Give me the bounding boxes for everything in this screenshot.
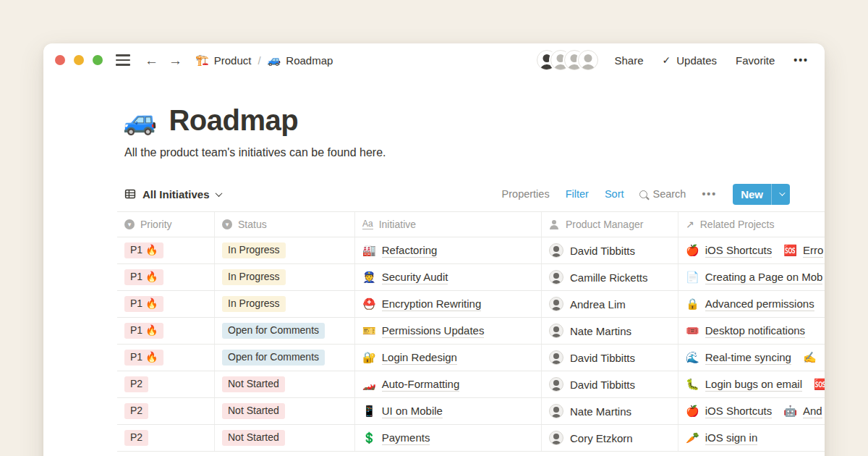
more-options-icon[interactable]: ••• bbox=[793, 54, 809, 66]
related-project-link[interactable]: 🐛Login bugs on email bbox=[686, 378, 802, 392]
favorite-button[interactable]: Favorite bbox=[736, 54, 775, 67]
viewer-avatars[interactable] bbox=[537, 50, 598, 70]
minimize-window-button[interactable] bbox=[74, 55, 84, 65]
column-label: Priority bbox=[140, 219, 172, 230]
product-manager-cell[interactable]: David Tibbitts bbox=[542, 237, 678, 263]
initiative-cell[interactable]: 📱UI on Mobile bbox=[355, 398, 542, 424]
breadcrumb-item-roadmap[interactable]: 🚙 Roadmap bbox=[268, 54, 333, 67]
product-manager-cell[interactable]: Cory Etzkorn bbox=[542, 425, 678, 451]
related-project-link[interactable]: 🍎iOS Shortcuts bbox=[686, 405, 772, 418]
related-project-link[interactable]: ✍️ bbox=[803, 351, 822, 364]
share-button[interactable]: Share bbox=[614, 54, 643, 67]
initiative-link[interactable]: UI on Mobile bbox=[382, 405, 443, 418]
status-cell[interactable]: In Progress bbox=[215, 264, 355, 290]
related-projects-cell[interactable]: 🎟️Desktop notifications bbox=[678, 318, 825, 344]
priority-cell[interactable]: P2 bbox=[117, 425, 215, 451]
product-manager-cell[interactable]: Nate Martins bbox=[542, 318, 678, 344]
initiative-link[interactable]: Login Redesign bbox=[382, 351, 457, 365]
initiative-cell[interactable]: ⛑️Encryption Rewriting bbox=[355, 291, 542, 317]
related-projects-cell[interactable]: 🔒Advanced permissions bbox=[678, 291, 825, 317]
initiative-cell[interactable]: 🎫Permissions Updates bbox=[355, 318, 542, 344]
new-button-dropdown[interactable] bbox=[771, 184, 790, 205]
initiative-cell[interactable]: 👮Security Audit bbox=[355, 264, 542, 290]
toolbar-more-icon[interactable]: ••• bbox=[702, 188, 717, 200]
product-manager-cell[interactable]: David Tibbitts bbox=[542, 345, 678, 371]
back-arrow-icon[interactable]: ← bbox=[145, 54, 158, 67]
page-subtitle[interactable]: All the product team's initiatives can b… bbox=[124, 146, 825, 159]
new-button[interactable]: New bbox=[733, 184, 790, 205]
status-cell[interactable]: Not Started bbox=[215, 425, 355, 451]
related-projects-cell[interactable]: 📄Creating a Page on Mob bbox=[678, 264, 825, 290]
search-button[interactable]: Search bbox=[639, 188, 686, 200]
related-project-link[interactable]: 🆘Erro bbox=[783, 244, 823, 258]
filter-button[interactable]: Filter bbox=[566, 188, 589, 200]
status-cell[interactable]: Open for Comments bbox=[215, 318, 355, 344]
related-project-link[interactable]: 🥕iOS sign in bbox=[686, 431, 757, 445]
initiative-link[interactable]: Refactoring bbox=[382, 244, 438, 258]
forward-arrow-icon[interactable]: → bbox=[169, 54, 182, 67]
column-header-product-manager[interactable]: Product Manager bbox=[542, 212, 678, 237]
new-button-label: New bbox=[733, 188, 771, 200]
column-header-initiative[interactable]: Aa Initiative bbox=[355, 212, 542, 237]
breadcrumb-item-product[interactable]: 🏗️ Product bbox=[195, 54, 251, 67]
close-window-button[interactable] bbox=[55, 55, 65, 65]
status-cell[interactable]: In Progress bbox=[215, 237, 355, 263]
related-projects-cell[interactable]: 🍎iOS Shortcuts 🤖And bbox=[678, 398, 825, 424]
rescue-helmet-emoji: ⛑️ bbox=[362, 297, 376, 311]
initiative-link[interactable]: Encryption Rewriting bbox=[382, 297, 482, 311]
product-manager-cell[interactable]: David Tibbitts bbox=[542, 371, 678, 397]
sort-button[interactable]: Sort bbox=[605, 188, 624, 200]
related-projects-cell[interactable]: 🐛Login bugs on email 🆘 bbox=[678, 371, 825, 397]
related-project-link[interactable]: 🔒Advanced permissions bbox=[686, 297, 814, 311]
related-project-link[interactable]: 📄Creating a Page on Mob bbox=[686, 271, 822, 284]
priority-cell[interactable]: P1 🔥 bbox=[117, 291, 215, 317]
related-projects-cell[interactable]: 🌊Real-time syncing ✍️ bbox=[678, 345, 825, 371]
updates-button[interactable]: ✓ Updates bbox=[662, 54, 717, 67]
status-cell[interactable]: Not Started bbox=[215, 371, 355, 397]
initiative-cell[interactable]: 💲Payments bbox=[355, 425, 542, 451]
priority-cell[interactable]: P1 🔥 bbox=[117, 318, 215, 344]
column-label: Related Projects bbox=[700, 219, 775, 230]
priority-cell[interactable]: P1 🔥 bbox=[117, 345, 215, 371]
column-label: Product Manager bbox=[566, 219, 643, 230]
related-project-link[interactable]: 🍎iOS Shortcuts bbox=[686, 244, 772, 258]
status-cell[interactable]: Not Started bbox=[215, 398, 355, 424]
share-label: Share bbox=[614, 54, 643, 67]
column-label: Status bbox=[238, 219, 267, 230]
status-tag: Open for Comments bbox=[222, 323, 325, 339]
column-header-priority[interactable]: ▾ Priority bbox=[117, 212, 215, 237]
initiative-cell[interactable]: 🏎️Auto-Formatting bbox=[355, 371, 542, 397]
page-title[interactable]: Roadmap bbox=[169, 103, 298, 138]
page-icon-car-emoji[interactable]: 🚙 bbox=[123, 106, 157, 134]
priority-cell[interactable]: P1 🔥 bbox=[117, 264, 215, 290]
status-tag: Not Started bbox=[222, 430, 285, 447]
column-header-related-projects[interactable]: ↗ Related Projects bbox=[678, 212, 825, 237]
related-project-link[interactable]: 🎟️Desktop notifications bbox=[686, 324, 805, 338]
column-header-status[interactable]: ▾ Status bbox=[215, 212, 355, 237]
related-project-link[interactable]: 🆘 bbox=[814, 378, 825, 391]
properties-button[interactable]: Properties bbox=[502, 188, 550, 200]
priority-cell[interactable]: P1 🔥 bbox=[117, 237, 215, 263]
priority-cell[interactable]: P2 bbox=[117, 398, 215, 424]
table-row: P2 Not Started 💲Payments Cory Etzkorn 🥕i… bbox=[117, 425, 825, 452]
initiative-cell[interactable]: 🏭Refactoring bbox=[355, 237, 542, 263]
initiative-link[interactable]: Auto-Formatting bbox=[382, 378, 460, 392]
initiative-link[interactable]: Security Audit bbox=[382, 271, 448, 284]
related-projects-cell[interactable]: 🥕iOS sign in bbox=[678, 425, 825, 451]
product-manager-cell[interactable]: Nate Martins bbox=[542, 398, 678, 424]
related-project-link[interactable]: 🌊Real-time syncing bbox=[686, 351, 791, 365]
initiative-cell[interactable]: 🔐Login Redesign bbox=[355, 345, 542, 371]
related-project-link[interactable]: 🤖And bbox=[783, 405, 822, 418]
hamburger-menu-icon[interactable] bbox=[116, 54, 130, 65]
pm-name: David Tibbitts bbox=[570, 379, 635, 391]
status-cell[interactable]: In Progress bbox=[215, 291, 355, 317]
initiative-link[interactable]: Permissions Updates bbox=[382, 324, 485, 338]
priority-cell[interactable]: P2 bbox=[117, 371, 215, 397]
status-cell[interactable]: Open for Comments bbox=[215, 345, 355, 371]
product-manager-cell[interactable]: Andrea Lim bbox=[542, 291, 678, 317]
related-projects-cell[interactable]: 🍎iOS Shortcuts 🆘Erro bbox=[678, 237, 825, 263]
view-switcher[interactable]: All Initiatives bbox=[124, 188, 221, 200]
product-manager-cell[interactable]: Camille Ricketts bbox=[542, 264, 678, 290]
initiative-link[interactable]: Payments bbox=[382, 431, 430, 445]
zoom-window-button[interactable] bbox=[93, 55, 103, 65]
